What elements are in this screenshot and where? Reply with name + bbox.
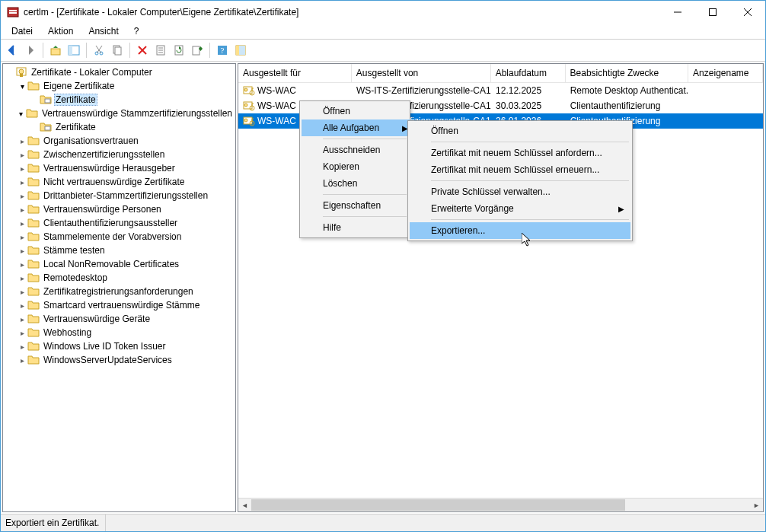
tree-item[interactable]: ▸Drittanbieter-Stammzertifizierungsstell… xyxy=(5,189,234,202)
properties-button[interactable] xyxy=(152,42,169,59)
help-topics-button[interactable] xyxy=(232,42,249,59)
menu-aktion[interactable]: Aktion xyxy=(42,24,79,38)
svg-point-40 xyxy=(244,104,247,107)
svg-rect-28 xyxy=(239,46,245,55)
tree-item[interactable]: ▸Smartcard vertrauenswürdige Stämme xyxy=(5,298,234,312)
scroll-right-button[interactable]: ► xyxy=(750,499,763,511)
tree-item[interactable]: ▸Vertrauenswürdige Geräte xyxy=(5,312,234,326)
tree-item[interactable]: ▸Local NonRemovable Certificates xyxy=(5,257,234,271)
ctx-item[interactable]: Zertifikat mit neuem Schlüssel anfordern… xyxy=(410,145,630,161)
export-list-button[interactable] xyxy=(189,42,206,59)
svg-rect-1 xyxy=(9,10,17,11)
svg-rect-31 xyxy=(20,74,23,77)
body-split: Zertifikate - Lokaler Computer▾Eigene Ze… xyxy=(1,62,765,514)
svg-rect-23 xyxy=(193,46,199,55)
certificate-icon xyxy=(243,100,255,112)
certificate-icon xyxy=(243,84,255,97)
tree-item[interactable]: ▸Stämme testen xyxy=(5,244,234,257)
tree-item[interactable]: ▸Vertrauenswürdige Herausgeber xyxy=(5,161,234,175)
ctx-item[interactable]: Ausschneiden xyxy=(302,142,414,158)
cut-button[interactable] xyxy=(91,42,107,59)
list-header: Ausgestellt fürAusgestellt vonAblaufdatu… xyxy=(238,64,763,83)
tree-item[interactable]: ▸Stammelemente der Vorabversion xyxy=(5,230,234,244)
maximize-button[interactable] xyxy=(695,1,730,24)
delete-button[interactable] xyxy=(134,42,151,59)
horizontal-scrollbar[interactable]: ◄ ► xyxy=(238,498,763,511)
menu-help[interactable]: ? xyxy=(128,24,145,38)
tree-item[interactable]: ▸Organisationsvertrauen xyxy=(5,134,234,148)
menu-datei[interactable]: Datei xyxy=(5,24,39,38)
forward-button[interactable] xyxy=(22,42,39,59)
list-pane: Ausgestellt fürAusgestellt vonAblaufdatu… xyxy=(238,63,764,512)
toolbar: ? xyxy=(1,39,765,62)
up-folder-button[interactable] xyxy=(47,42,64,59)
refresh-button[interactable] xyxy=(171,42,187,59)
tree-item[interactable]: Zertifikate xyxy=(5,93,234,107)
ctx-item[interactable]: Erweiterte Vorgänge▶ xyxy=(410,200,630,217)
menubar: Datei Aktion Ansicht ? xyxy=(1,24,765,39)
list-row[interactable]: WS-WACWS-ITS-Zertifizierungsstelle-CA112… xyxy=(238,83,763,98)
ctx-item[interactable]: Öffnen xyxy=(410,123,630,139)
column-header-issued_by[interactable]: Ausgestellt von xyxy=(352,64,491,82)
titlebar: certlm - [Zertifikate - Lokaler Computer… xyxy=(1,1,765,24)
scroll-left-button[interactable]: ◄ xyxy=(238,499,251,511)
svg-rect-4 xyxy=(710,9,717,16)
column-header-friendly[interactable]: Anzeigename xyxy=(688,64,763,82)
status-text: Exportiert ein Zertifikat. xyxy=(5,514,106,531)
tree-item[interactable]: ▸Zwischenzertifizierungsstellen xyxy=(5,148,234,161)
back-button[interactable] xyxy=(4,42,21,59)
show-hide-tree-button[interactable] xyxy=(65,42,82,59)
tree-item[interactable]: ▸Remotedesktop xyxy=(5,271,234,285)
tree-item[interactable]: ▸Zertifikatregistrierungsanforderungen xyxy=(5,285,234,298)
titlebar-left: certlm - [Zertifikate - Lokaler Computer… xyxy=(7,6,298,18)
scroll-thumb[interactable] xyxy=(251,499,625,511)
svg-rect-27 xyxy=(236,46,239,55)
ctx-item[interactable]: Private Schlüssel verwalten... xyxy=(410,183,630,200)
svg-rect-15 xyxy=(115,47,121,55)
tree-item[interactable]: ▾Eigene Zertifikate xyxy=(5,79,234,93)
window-controls xyxy=(660,1,765,24)
ctx-item[interactable]: Eigenschaften xyxy=(302,197,414,214)
svg-rect-33 xyxy=(45,126,50,130)
app-window: certlm - [Zertifikate - Lokaler Computer… xyxy=(0,0,766,532)
svg-text:?: ? xyxy=(221,46,225,55)
ctx-item[interactable]: Hilfe xyxy=(302,219,414,236)
tree: Zertifikate - Lokaler Computer▾Eigene Ze… xyxy=(3,64,235,368)
close-button[interactable] xyxy=(730,1,765,24)
app-icon xyxy=(7,6,19,18)
column-header-expiry[interactable]: Ablaufdatum xyxy=(491,64,566,82)
context-menu[interactable]: ÖffnenAlle Aufgaben▶AusschneidenKopieren… xyxy=(299,100,410,238)
svg-rect-2 xyxy=(9,12,17,14)
tree-root-item[interactable]: Zertifikate - Lokaler Computer xyxy=(5,65,234,79)
column-header-purpose[interactable]: Beabsichtigte Zwecke xyxy=(566,64,689,82)
tree-item[interactable]: ▸Nicht vertrauenswürdige Zertifikate xyxy=(5,175,234,189)
tree-item[interactable]: Zertifikate xyxy=(5,120,234,134)
ctx-item[interactable]: Kopieren xyxy=(302,158,414,175)
statusbar: Exportiert ein Zertifikat. xyxy=(1,514,765,531)
help-button[interactable]: ? xyxy=(214,42,231,59)
chevron-right-icon: ▶ xyxy=(618,205,624,213)
certificate-icon xyxy=(243,115,255,127)
tree-item[interactable]: ▾Vertrauenswürdige Stammzertifizierungss… xyxy=(5,107,234,120)
tree-pane[interactable]: Zertifikate - Lokaler Computer▾Eigene Ze… xyxy=(2,63,236,512)
ctx-item[interactable]: Öffnen xyxy=(302,103,414,119)
menu-ansicht[interactable]: Ansicht xyxy=(82,24,124,38)
minimize-button[interactable] xyxy=(660,1,695,24)
copy-button[interactable] xyxy=(109,42,126,59)
ctx-item[interactable]: Löschen xyxy=(302,175,414,192)
tree-item[interactable]: ▸Clientauthentifizierungsaussteller xyxy=(5,216,234,230)
ctx-item[interactable]: Alle Aufgaben▶ xyxy=(302,119,414,136)
tree-item[interactable]: ▸Vertrauenswürdige Personen xyxy=(5,202,234,216)
svg-point-30 xyxy=(19,69,24,74)
tree-item[interactable]: ▸Windows Live ID Token Issuer xyxy=(5,339,234,353)
window-title: certlm - [Zertifikate - Lokaler Computer… xyxy=(24,7,298,18)
svg-point-35 xyxy=(244,88,247,91)
context-submenu[interactable]: ÖffnenZertifikat mit neuem Schlüssel anf… xyxy=(407,120,633,241)
ctx-item[interactable]: Exportieren... xyxy=(410,222,630,239)
svg-rect-32 xyxy=(45,99,50,103)
column-header-issued_to[interactable]: Ausgestellt für xyxy=(238,64,352,82)
svg-rect-9 xyxy=(69,46,72,55)
tree-item[interactable]: ▸WindowsServerUpdateServices xyxy=(5,353,234,367)
ctx-item[interactable]: Zertifikat mit neuem Schlüssel erneuern.… xyxy=(410,161,630,178)
tree-item[interactable]: ▸Webhosting xyxy=(5,326,234,339)
